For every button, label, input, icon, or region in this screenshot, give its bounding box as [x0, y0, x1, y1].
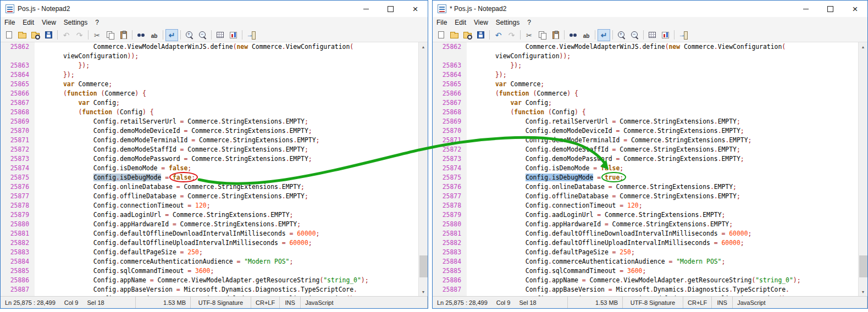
- menu-file[interactable]: File: [433, 17, 451, 28]
- title-bar[interactable]: * Pos.js - Notepad2: [433, 1, 867, 17]
- status-encoding[interactable]: UTF-8 Signature: [191, 297, 251, 308]
- replace-icon[interactable]: [580, 29, 593, 41]
- scroll-up-icon[interactable]: [419, 42, 428, 51]
- copy-icon[interactable]: [536, 29, 549, 41]
- line-number: 25885: [1, 266, 32, 276]
- zoom-out-icon[interactable]: [628, 29, 641, 41]
- status-syntax-scheme[interactable]: JavaScript: [301, 297, 428, 308]
- zoom-out-icon[interactable]: [196, 29, 209, 41]
- line-number: 25876: [433, 182, 465, 192]
- menu-help[interactable]: ?: [91, 17, 103, 28]
- code-line: 25874 Config.isDemoMode = false;: [433, 164, 867, 173]
- exit-icon[interactable]: [245, 29, 257, 41]
- code-editor[interactable]: 25862 Commerce.ViewModelAdapterWinJS.def…: [1, 42, 428, 296]
- cut-icon[interactable]: [523, 29, 535, 41]
- code-line: 25863 });: [1, 61, 428, 70]
- code-text: Config.commerceAuthenticationAudience = …: [32, 257, 293, 266]
- line-number: 25876: [1, 182, 32, 192]
- notepad2-app-icon[interactable]: [438, 4, 446, 13]
- menu-settings[interactable]: Settings: [492, 17, 523, 28]
- scroll-up-icon[interactable]: [859, 42, 867, 51]
- undo-icon[interactable]: [492, 29, 505, 41]
- code-text: Config.defaultOfflineUploadIntervalInMil…: [465, 238, 744, 248]
- menu-file[interactable]: File: [1, 17, 19, 28]
- open-file-icon[interactable]: [448, 29, 461, 41]
- line-number: [433, 294, 465, 296]
- minimize-button[interactable]: [353, 1, 378, 17]
- replace-glyph: [151, 31, 158, 40]
- status-insert-mode[interactable]: INS: [280, 297, 301, 308]
- status-bar: Ln 25,875 : 28,499 Col 9 Sel 18 1.53 MB …: [433, 296, 867, 308]
- code-text: });: [32, 70, 75, 80]
- maximize-button[interactable]: [378, 1, 403, 17]
- status-file-size[interactable]: 1.53 MB: [568, 297, 623, 308]
- status-insert-mode[interactable]: INS: [712, 297, 733, 308]
- toolbar: [1, 28, 428, 42]
- redo-icon[interactable]: [505, 29, 518, 41]
- save-file-icon[interactable]: [474, 29, 487, 41]
- menu-view[interactable]: View: [470, 17, 492, 28]
- code-editor[interactable]: 25862 Commerce.ViewModelAdapterWinJS.def…: [433, 42, 867, 296]
- customize-scheme-icon[interactable]: [227, 29, 240, 41]
- close-button[interactable]: [843, 1, 867, 17]
- word-wrap-icon[interactable]: [598, 29, 610, 41]
- find-icon[interactable]: [135, 29, 147, 41]
- status-syntax-scheme[interactable]: JavaScript: [733, 297, 867, 308]
- close-button[interactable]: [403, 1, 428, 17]
- code-text: Commerce.ViewModelAdapterWinJS.define(ne…: [32, 42, 353, 52]
- code-line: 25886 Config.appName = Commerce.ViewMode…: [1, 276, 428, 285]
- cut-icon[interactable]: [91, 29, 103, 41]
- code-line: 25882 Config.defaultOfflineUploadInterva…: [433, 238, 867, 248]
- maximize-button[interactable]: [818, 1, 843, 17]
- scrollbar-thumb[interactable]: [859, 255, 867, 277]
- scrollbar-thumb[interactable]: [419, 255, 428, 277]
- new-file-icon[interactable]: [3, 29, 15, 41]
- exit-icon[interactable]: [677, 29, 689, 41]
- code-text: });: [32, 61, 90, 70]
- copy-icon[interactable]: [104, 29, 117, 41]
- menu-settings[interactable]: Settings: [60, 17, 91, 28]
- redo-icon[interactable]: [73, 29, 86, 41]
- scroll-down-icon[interactable]: [859, 287, 867, 296]
- save-file-icon[interactable]: [42, 29, 55, 41]
- status-file-size[interactable]: 1.53 MB: [136, 297, 191, 308]
- scheme-config-icon[interactable]: [214, 29, 226, 41]
- notepad2-app-icon[interactable]: [5, 4, 14, 13]
- paste-icon[interactable]: [549, 29, 562, 41]
- line-number: 25871: [1, 136, 32, 145]
- menu-help[interactable]: ?: [523, 17, 535, 28]
- line-number: 25880: [1, 220, 32, 229]
- status-line-endings[interactable]: CR+LF: [683, 297, 712, 308]
- customize-scheme-icon[interactable]: [659, 29, 672, 41]
- zoom-in-icon[interactable]: [615, 29, 628, 41]
- scroll-down-icon[interactable]: [419, 287, 428, 296]
- word-wrap-icon[interactable]: [165, 29, 178, 41]
- browse-files-icon[interactable]: [461, 29, 474, 41]
- status-position[interactable]: Ln 25,875 : 28,499 Col 9 Sel 18: [1, 297, 136, 308]
- menu-view[interactable]: View: [38, 17, 60, 28]
- status-position[interactable]: Ln 25,875 : 28,499 Col 9 Sel 18: [433, 297, 568, 308]
- open-file-icon[interactable]: [16, 29, 29, 41]
- new-file-icon[interactable]: [435, 29, 447, 41]
- line-number: 25863: [433, 61, 465, 70]
- code-text: Config.aadLoginUrl = Commerce.StringExte…: [465, 210, 725, 220]
- replace-icon[interactable]: [148, 29, 161, 41]
- zoom-in-icon[interactable]: [183, 29, 196, 41]
- minimize-button[interactable]: [793, 1, 818, 17]
- find-glyph: [137, 32, 145, 38]
- status-line-endings[interactable]: CR+LF: [251, 297, 280, 308]
- scheme-config-icon[interactable]: [646, 29, 659, 41]
- title-bar[interactable]: Pos.js - Notepad2: [1, 1, 428, 17]
- vertical-scrollbar[interactable]: [858, 42, 867, 296]
- menu-edit[interactable]: Edit: [19, 17, 38, 28]
- status-encoding[interactable]: UTF-8 Signature: [623, 297, 683, 308]
- code-line: 25868 (function (Config) {: [433, 108, 867, 117]
- vertical-scrollbar[interactable]: [418, 42, 428, 296]
- menu-edit[interactable]: Edit: [451, 17, 470, 28]
- code-line: 25878 Config.connectionTimeout = 120;: [1, 201, 428, 210]
- browse-files-icon[interactable]: [29, 29, 42, 41]
- undo-icon[interactable]: [60, 29, 73, 41]
- line-number: 25868: [433, 108, 465, 117]
- find-icon[interactable]: [567, 29, 579, 41]
- paste-icon[interactable]: [117, 29, 130, 41]
